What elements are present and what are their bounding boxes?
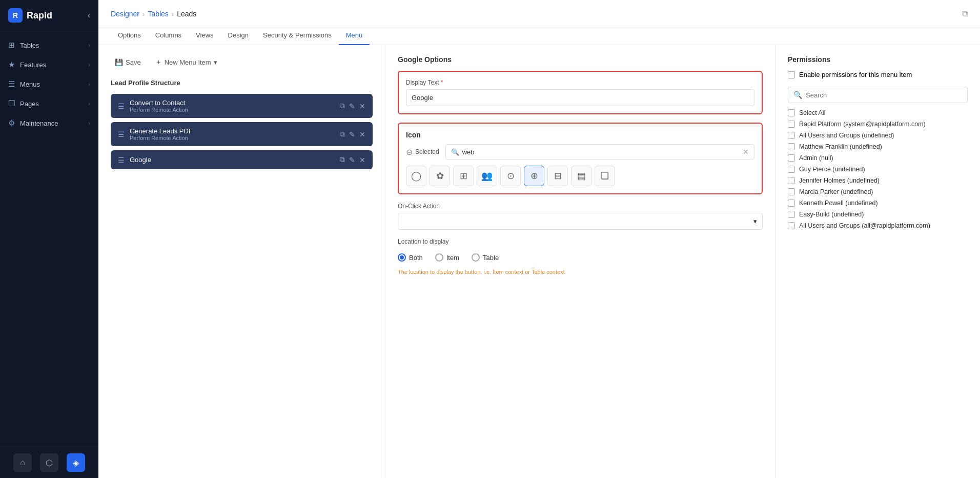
perm-checkbox-5[interactable] [788,177,795,184]
menu-item-actions-convert: ⧉ ✎ ✕ [340,102,365,110]
copy-icon[interactable]: ⧉ [340,102,345,110]
main-area: Designer › Tables › Leads ⧉ Options Colu… [98,0,980,478]
icon-section: Icon ⊖ Selected 🔍 ✕ ◯ ✿ ⊞ � [398,123,763,194]
menu-item-card-generate[interactable]: ☰ Generate Leads PDF Perform Remote Acti… [111,122,373,146]
perm-checkbox-0[interactable] [788,121,795,128]
perm-search-box: 🔍 [788,87,968,103]
icon-cell-people[interactable]: 👥 [477,166,497,186]
maintenance-icon: ⚙ [8,118,15,128]
tab-columns[interactable]: Columns [148,26,189,45]
topbar-window-icon: ⧉ [962,9,968,26]
edit-icon[interactable]: ✎ [349,156,355,164]
close-icon[interactable]: ✕ [359,130,365,138]
menu-item-info-convert: Convert to Contact Perform Remote Action [130,99,335,113]
breadcrumb-tables[interactable]: Tables [148,10,168,18]
icon-cell-copy[interactable]: ❑ [595,166,615,186]
enable-perm-row: Enable permissions for this menu item [788,71,968,78]
select-all-label: Select All [799,109,825,116]
icon-cell-card[interactable]: ▤ [571,166,591,186]
close-icon[interactable]: ✕ [359,102,365,110]
save-button[interactable]: 💾 Save [111,56,145,68]
search-icon: 🔍 [793,91,802,99]
copy-icon[interactable]: ⧉ [340,155,345,164]
radio-item[interactable]: Item [435,253,459,262]
required-star: * [441,79,443,86]
select-all-row: Select All [788,109,968,116]
perm-checkbox-2[interactable] [788,143,795,150]
sidebar-data-button[interactable]: ◈ [67,453,85,472]
edit-icon[interactable]: ✎ [349,102,355,110]
radio-item-label: Item [446,254,459,262]
select-all-checkbox[interactable] [788,109,795,116]
onclick-select[interactable]: ▾ [398,213,763,230]
perm-checkbox-1[interactable] [788,132,795,139]
tab-views[interactable]: Views [189,26,220,45]
radio-table-label: Table [483,254,499,262]
breadcrumb-designer[interactable]: Designer [111,10,139,18]
icon-search-clear-button[interactable]: ✕ [743,148,749,156]
save-icon: 💾 [115,58,123,66]
menu-item-row-generate: ☰ Generate Leads PDF Perform Remote Acti… [111,122,373,146]
icon-cell-table[interactable]: ⊟ [547,166,568,186]
sidebar-item-maintenance[interactable]: ⚙ Maintenance › [0,113,98,133]
icon-search-input[interactable] [462,148,740,156]
tab-security[interactable]: Security & Permissions [256,26,339,45]
permissions-list: Select All Rapid Platform (system@rapidp… [788,109,968,229]
sidebar-flow-button[interactable]: ⬡ [40,453,58,472]
menu-item-sub-convert: Perform Remote Action [130,107,335,113]
menu-item-card-convert[interactable]: ☰ Convert to Contact Perform Remote Acti… [111,94,373,118]
onclick-label: On-Click Action [398,203,763,210]
sidebar-collapse-button[interactable]: ‹ [88,11,90,20]
dropdown-chevron-icon: ▾ [753,217,757,225]
menu-tree: ☰ Convert to Contact Perform Remote Acti… [111,94,373,169]
perm-checkbox-8[interactable] [788,211,795,218]
tab-design[interactable]: Design [221,26,256,45]
chevron-icon: › [88,62,90,68]
save-label: Save [126,58,141,66]
menu-item-card-google[interactable]: ☰ Google ⧉ ✎ ✕ [111,150,373,169]
icon-cell-target[interactable]: ⊙ [500,166,521,186]
copy-icon[interactable]: ⧉ [340,130,345,138]
perm-checkbox-3[interactable] [788,154,795,162]
radio-both[interactable]: Both [398,253,423,262]
icon-cell-grid[interactable]: ⊞ [453,166,474,186]
perm-label-3: Admin (null) [799,154,833,162]
icon-section-label: Icon [406,131,754,139]
icon-cell-settings[interactable]: ✿ [430,166,450,186]
menu-item-row-convert: ☰ Convert to Contact Perform Remote Acti… [111,94,373,118]
menu-item-sub-generate: Perform Remote Action [130,135,335,141]
sidebar-item-features[interactable]: ★ Features › [0,55,98,74]
sidebar-item-pages[interactable]: ❐ Pages › [0,94,98,113]
sidebar-item-label: Maintenance [20,120,58,127]
app-logo: R Rapid ‹ [0,0,98,31]
sidebar-item-tables[interactable]: ⊞ Tables › [0,35,98,55]
perm-label-2: Matthew Franklin (undefined) [799,143,882,150]
tab-options[interactable]: Options [111,26,148,45]
perm-search-input[interactable] [806,91,962,99]
onclick-section: On-Click Action ▾ [398,203,763,230]
perm-item-4: Guy Pierce (undefined) [788,166,968,173]
radio-table[interactable]: Table [472,253,499,262]
perm-checkbox-9[interactable] [788,222,795,229]
features-icon: ★ [8,60,15,69]
sidebar-item-label: Pages [20,100,39,108]
close-icon[interactable]: ✕ [359,156,365,164]
edit-icon[interactable]: ✎ [349,130,355,138]
enable-perm-checkbox[interactable] [788,71,795,78]
tab-menu[interactable]: Menu [339,26,370,45]
sidebar-item-menus[interactable]: ☰ Menus › [0,74,98,94]
perm-label-9: All Users and Groups (all@rapidplatform.… [799,222,930,229]
sidebar-nav: ⊞ Tables › ★ Features › ☰ Menus › ❐ Page… [0,31,98,447]
sidebar-home-button[interactable]: ⌂ [13,453,32,472]
icon-cell-circle[interactable]: ◯ [406,166,426,186]
drag-handle-icon: ☰ [118,102,125,110]
display-text-section: Display Text * [398,71,763,114]
radio-both-label: Both [409,254,423,262]
perm-checkbox-7[interactable] [788,200,795,207]
perm-checkbox-6[interactable] [788,188,795,195]
icon-cell-web[interactable]: ⊕ [524,166,544,186]
menus-icon: ☰ [8,79,15,89]
new-menu-item-button[interactable]: ＋ New Menu Item ▾ [151,55,221,69]
perm-checkbox-4[interactable] [788,166,795,173]
display-text-input[interactable] [406,89,754,106]
